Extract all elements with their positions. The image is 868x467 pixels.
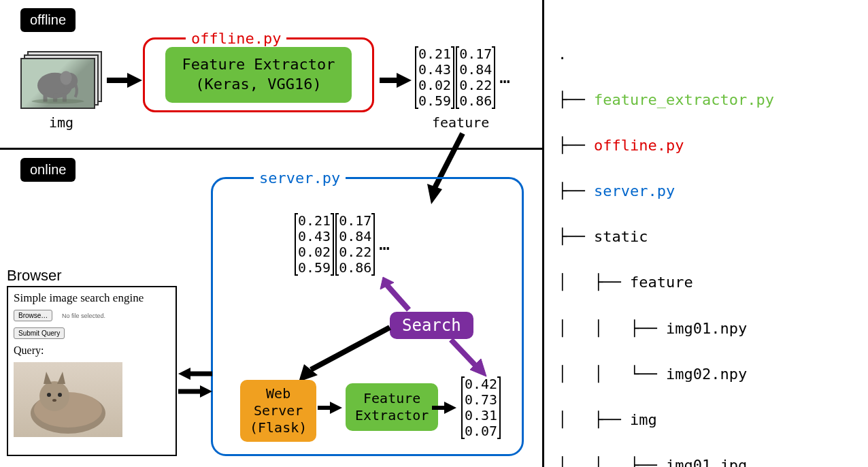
offline-py-label: offline.py xyxy=(186,30,286,47)
svg-point-33 xyxy=(58,393,62,397)
img-label: img xyxy=(20,114,102,131)
tree-item: ├── offline.py xyxy=(558,134,854,157)
svg-marker-20 xyxy=(330,402,342,414)
feature-extractor-small: Feature Extractor xyxy=(346,383,438,431)
svg-marker-22 xyxy=(444,402,456,414)
browser-mockup: Simple image search engine Browse… No fi… xyxy=(7,286,177,456)
diagram-left-panel: offline xyxy=(0,0,544,467)
tree-item: │ │ ├── img01.jpg xyxy=(558,454,854,467)
server-py-box: server.py 0.21 0.43 0.02 0.59 0.17 0.84 … xyxy=(211,177,524,456)
browser-title: Simple image search engine xyxy=(8,287,176,306)
feature-vectors-online: 0.21 0.43 0.02 0.59 0.17 0.84 0.22 0.86 … xyxy=(295,213,390,276)
query-image xyxy=(14,362,122,437)
file-tree: . ├── feature_extractor.py ├── offline.p… xyxy=(544,0,868,467)
feature-label: feature xyxy=(432,114,489,131)
arrow-icon xyxy=(431,400,458,415)
svg-point-34 xyxy=(52,399,56,402)
arrow-icon xyxy=(316,400,344,415)
arrow-icon xyxy=(376,274,417,315)
svg-marker-10 xyxy=(397,73,412,88)
svg-marker-8 xyxy=(127,73,142,88)
arrow-icon xyxy=(177,366,214,381)
query-label: Query: xyxy=(8,342,176,359)
feature-extractor-box: Feature Extractor (Keras, VGG16) xyxy=(165,47,351,102)
elephant-icon xyxy=(27,63,88,104)
svg-marker-30 xyxy=(44,372,52,384)
tree-item: │ │ └── img02.npy xyxy=(558,363,854,386)
online-badge: online xyxy=(20,158,76,182)
svg-point-32 xyxy=(47,393,51,397)
arrow-icon xyxy=(295,322,397,383)
svg-marker-31 xyxy=(57,372,65,384)
tree-item: │ ├── img xyxy=(558,408,854,432)
svg-marker-26 xyxy=(200,385,212,398)
tree-item: │ ├── feature xyxy=(558,271,854,294)
tree-item: ├── server.py xyxy=(558,180,854,203)
feature-vectors-offline: 0.21 0.43 0.02 0.59 0.17 0.84 0.22 0.86 … xyxy=(415,46,510,109)
offline-badge: offline xyxy=(20,8,76,32)
tree-root: . xyxy=(558,43,854,66)
arrow-icon xyxy=(378,71,412,89)
svg-line-13 xyxy=(387,285,409,310)
tree-item: ├── static xyxy=(558,225,854,248)
arrow-icon xyxy=(105,71,143,89)
svg-line-15 xyxy=(311,327,390,370)
server-py-label: server.py xyxy=(254,170,346,187)
offline-py-box: offline.py Feature Extractor (Keras, VGG… xyxy=(143,37,374,112)
arrow-icon xyxy=(444,334,492,382)
tree-item: │ │ ├── img01.npy xyxy=(558,317,854,340)
cat-icon xyxy=(14,362,122,437)
svg-point-2 xyxy=(60,71,71,85)
svg-point-6 xyxy=(31,99,84,103)
svg-point-29 xyxy=(39,381,69,411)
svg-line-17 xyxy=(451,340,477,367)
browse-button[interactable]: Browse… xyxy=(14,310,52,321)
offline-section: offline xyxy=(0,0,542,150)
webserver-box: Web Server (Flask) xyxy=(240,380,316,442)
submit-query-button[interactable]: Submit Query xyxy=(14,327,65,339)
tree-item: ├── feature_extractor.py xyxy=(558,88,854,112)
input-images: img xyxy=(20,51,102,131)
arrow-icon xyxy=(177,384,214,399)
query-feature-vector: 0.42 0.73 0.31 0.07 xyxy=(461,376,501,439)
svg-marker-24 xyxy=(178,368,190,380)
no-file-text: No file selected. xyxy=(62,312,105,319)
online-section: online server.py 0.21 0.43 0.02 0 xyxy=(0,150,542,467)
browser-heading: Browser xyxy=(7,267,62,285)
